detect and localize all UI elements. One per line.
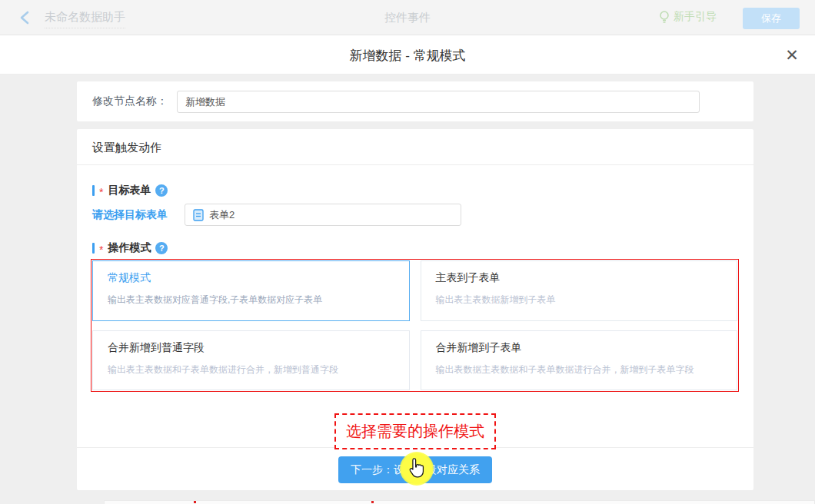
blue-bar-icon: [92, 185, 95, 196]
mode-option-desc: 输出表主表数据对应普通字段,子表单数据对应子表单: [108, 293, 394, 307]
below-fold-red-mark: [371, 501, 374, 503]
lightbulb-icon: [658, 10, 670, 24]
target-form-label: 目标表单: [108, 184, 151, 197]
mode-option-merge-to-subform[interactable]: 合并新增到子表单 输出表数据主表数据和子表单数据进行合并，新增到子表单字段: [421, 330, 738, 391]
target-form-select[interactable]: 表单2: [185, 204, 461, 226]
blue-bar-icon: [92, 243, 95, 254]
form-document-icon: [193, 209, 204, 221]
mode-option-title: 主表到子表单: [436, 271, 723, 285]
mode-option-title: 合并新增到子表单: [436, 341, 723, 355]
save-button[interactable]: 保存: [743, 8, 800, 29]
trigger-card: 设置触发动作 * 目标表单 ? 请选择目标表单 表单2 * 操作模式 ?: [77, 129, 753, 490]
below-fold-content-edge: [104, 500, 815, 504]
modal-title: 新增数据 - 常规模式: [0, 47, 815, 65]
help-icon[interactable]: ?: [155, 242, 168, 254]
required-mark: *: [99, 187, 103, 197]
next-step-button[interactable]: 下一步：设置字段对应关系: [338, 456, 492, 483]
modal-header: 新增数据 - 常规模式 ✕: [0, 35, 815, 75]
operation-mode-label-row: * 操作模式 ?: [92, 241, 168, 255]
mode-option-desc: 输出表主表数据新增到子表单: [436, 293, 723, 307]
node-name-input[interactable]: [177, 91, 700, 113]
mode-option-title: 常规模式: [108, 271, 394, 285]
help-icon[interactable]: ?: [155, 184, 168, 197]
mode-option-desc: 输出表数据主表数据和子表单数据进行合并，新增到子表单字段: [436, 363, 723, 376]
guide-button[interactable]: 新手引导: [658, 10, 717, 24]
close-icon[interactable]: ✕: [781, 45, 803, 66]
below-fold-red-mark: [194, 501, 196, 503]
mode-option-title: 合并新增到普通字段: [108, 341, 394, 355]
annotation-callout: 选择需要的操作模式: [334, 413, 496, 449]
screen: 未命名数据助手 控件事件 新手引导 保存 新增数据 - 常规模式 ✕ 修改节点名…: [0, 0, 815, 504]
section-title: 设置触发动作: [77, 129, 753, 165]
select-target-form-link[interactable]: 请选择目标表单: [92, 204, 168, 225]
target-form-label-row: * 目标表单 ?: [92, 184, 168, 197]
mode-option-main-to-subform[interactable]: 主表到子表单 输出表主表数据新增到子表单: [421, 260, 738, 321]
mode-option-desc: 输出表主表数据和子表单数据进行合并，新增到普通字段: [108, 363, 394, 376]
mode-option-merge-to-fields[interactable]: 合并新增到普通字段 输出表主表数据和子表单数据进行合并，新增到普通字段: [92, 330, 410, 391]
operation-mode-grid: 常规模式 输出表主表数据对应普通字段,子表单数据对应子表单 主表到子表单 输出表…: [91, 259, 739, 392]
topbar: 未命名数据助手 控件事件 新手引导 保存: [0, 0, 815, 35]
node-name-label: 修改节点名称：: [92, 94, 168, 108]
guide-label: 新手引导: [674, 10, 717, 24]
operation-mode-label: 操作模式: [108, 241, 151, 255]
mode-option-regular[interactable]: 常规模式 输出表主表数据对应普通字段,子表单数据对应子表单: [92, 260, 410, 321]
required-mark: *: [99, 244, 103, 255]
target-form-value: 表单2: [209, 208, 235, 222]
node-name-card: 修改节点名称：: [77, 81, 753, 121]
